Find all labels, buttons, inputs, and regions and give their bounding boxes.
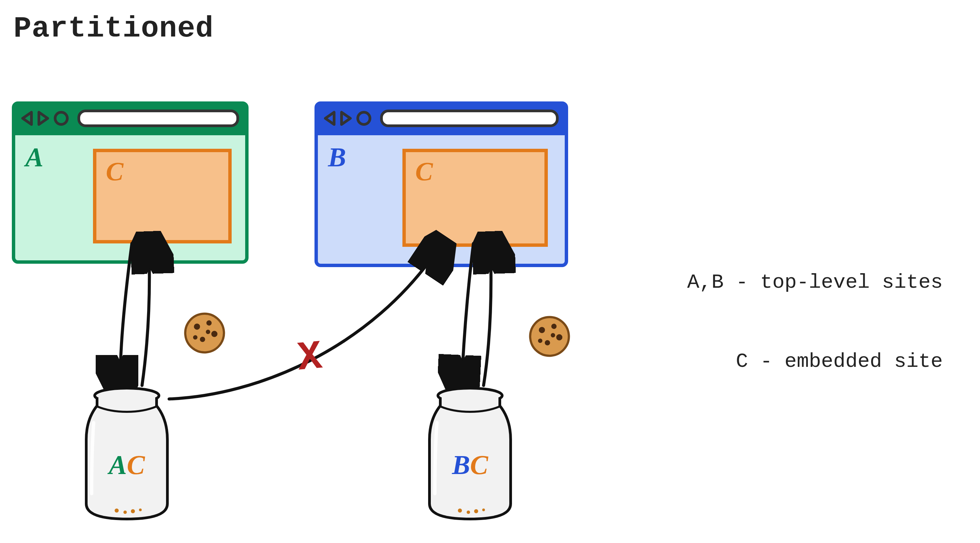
jar-label-a: A bbox=[109, 450, 127, 480]
cookie-icon bbox=[181, 310, 229, 357]
svg-point-23 bbox=[131, 509, 135, 513]
jar-label-bc: BC bbox=[419, 450, 521, 481]
svg-point-26 bbox=[458, 508, 462, 513]
svg-point-28 bbox=[474, 509, 478, 513]
cookie-jar-bc: BC bbox=[419, 382, 521, 517]
jar-label-b: B bbox=[452, 450, 470, 480]
cookie-jar-ac: AC bbox=[76, 382, 178, 517]
jar-label-c: C bbox=[127, 450, 145, 480]
svg-point-21 bbox=[115, 508, 119, 513]
svg-point-22 bbox=[123, 511, 127, 514]
svg-point-27 bbox=[467, 511, 470, 514]
svg-point-29 bbox=[482, 508, 485, 511]
svg-point-24 bbox=[139, 508, 142, 511]
svg-point-13 bbox=[528, 316, 571, 357]
blocked-icon: X bbox=[296, 334, 324, 382]
cookie-icon bbox=[526, 313, 574, 360]
jar-label-c: C bbox=[470, 450, 488, 480]
jar-label-ac: AC bbox=[76, 450, 178, 481]
svg-point-6 bbox=[184, 312, 226, 354]
